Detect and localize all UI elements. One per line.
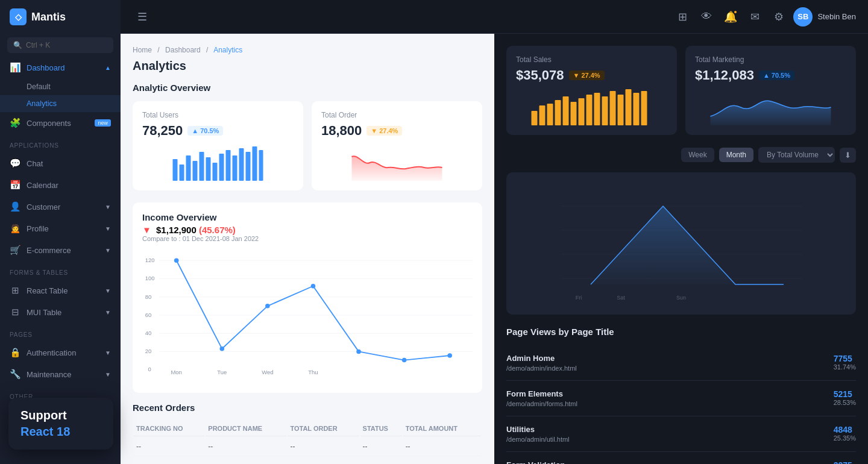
search-bar[interactable]: 🔍 Ctrl + K	[7, 37, 113, 53]
notification-dot	[733, 10, 738, 14]
svg-point-36	[402, 358, 407, 363]
topbar-view-icon[interactable]: 👁	[697, 7, 716, 27]
sidebar-item-mui-table[interactable]: ⊟ MUI Table ▼	[0, 301, 121, 323]
components-icon: 🧩	[10, 118, 20, 128]
svg-rect-50	[626, 89, 632, 125]
svg-text:0: 0	[148, 366, 151, 372]
user-name: Stebin Ben	[817, 12, 856, 21]
dark-income-chart: Fri Sat Sun	[506, 172, 856, 315]
page-views-list: Admin Home /demo/admin/index.html 7755 3…	[506, 345, 856, 464]
stat-value-sales: $35,078 ▼ 27.4%	[516, 67, 667, 83]
sidebar-item-chat[interactable]: 💬 Chat	[0, 152, 121, 174]
sidebar-item-authentication[interactable]: 🔒 Authentication ▼	[0, 342, 121, 363]
svg-rect-6	[213, 163, 218, 181]
stat-value-marketing: $1,12,083 ▲ 70.5%	[695, 67, 846, 83]
income-compare: Compare to : 01 Dec 2021-08 Jan 2022	[142, 235, 259, 242]
section-pages: Pages	[0, 323, 121, 342]
income-line-chart: 120 100 80 60 40 20 0	[142, 248, 473, 383]
svg-rect-47	[602, 96, 608, 125]
topbar: ☰ ⊞ 👁 🔔 ✉ ⚙ SB Stebin Ben	[121, 0, 868, 34]
stat-badge-sales: ▼ 27.4%	[569, 71, 605, 80]
sales-bar-chart	[516, 89, 667, 125]
logo-icon: ◇	[10, 8, 27, 25]
stat-label-order: Total Order	[321, 111, 473, 119]
dashboard-icon: 📊	[10, 62, 20, 73]
sidebar-item-calendar[interactable]: 📅 Calendar	[0, 174, 121, 196]
col-total-order: TOTAL ORDER	[288, 421, 359, 436]
svg-text:100: 100	[145, 275, 155, 281]
stat-card-total-marketing: Total Marketing $1,12,083 ▲ 70.5%	[685, 46, 856, 135]
marketing-area-chart	[695, 89, 846, 125]
react-table-arrow: ▼	[105, 287, 111, 294]
chat-icon: 💬	[10, 158, 20, 169]
stat-label-users: Total Users	[142, 111, 294, 119]
ecommerce-icon: 🛒	[10, 245, 20, 256]
svg-point-34	[311, 284, 316, 289]
react-table-icon: ⊞	[10, 285, 20, 296]
user-avatar-button[interactable]: SB Stebin Ben	[793, 7, 856, 27]
svg-rect-51	[634, 93, 640, 125]
section-applications: Applications	[0, 134, 121, 152]
income-overview-title: Income Overview ▼ $1,12,900 (45.67%) Com…	[142, 212, 259, 242]
profile-arrow: ▼	[105, 225, 111, 232]
month-btn[interactable]: Month	[719, 148, 753, 162]
dark-stat-cards: Total Sales $35,078 ▼ 27.4%	[506, 46, 856, 135]
breadcrumb-current: Analytics	[213, 46, 242, 54]
svg-text:40: 40	[145, 330, 152, 336]
support-toast[interactable]: Support React 18	[8, 398, 113, 450]
sidebar-item-customer[interactable]: 👤 Customer ▼	[0, 196, 121, 218]
topbar-menu-icon[interactable]: ☰	[133, 7, 152, 27]
auth-arrow: ▼	[105, 350, 111, 356]
sidebar-item-components[interactable]: 🧩 Components new	[0, 112, 121, 134]
svg-rect-1	[180, 165, 184, 181]
col-status: STATUS	[360, 421, 402, 436]
svg-rect-5	[206, 157, 211, 181]
customer-icon: 👤	[10, 201, 20, 212]
topbar-grid-icon[interactable]: ⊞	[673, 7, 692, 27]
topbar-notif-icon[interactable]: 🔔	[721, 7, 740, 27]
svg-rect-38	[532, 111, 538, 125]
page-title: Analytics	[133, 59, 482, 73]
col-tracking: TRACKING NO	[134, 421, 204, 436]
col-amount: TOTAL AMOUNT	[403, 421, 481, 436]
sidebar-item-maintenance[interactable]: 🔧 Maintenance ▼	[0, 363, 121, 385]
svg-rect-8	[226, 150, 231, 181]
svg-text:Fri: Fri	[576, 295, 582, 301]
logo[interactable]: ◇ Mantis	[0, 0, 121, 34]
income-overview-card: Income Overview ▼ $1,12,900 (45.67%) Com…	[133, 202, 482, 393]
breadcrumb-home[interactable]: Home	[133, 46, 152, 54]
stat-value-users: 78,250 ▲ 70.5%	[142, 123, 294, 139]
svg-rect-48	[610, 91, 616, 125]
sidebar-subitem-analytics[interactable]: Analytics	[0, 95, 121, 112]
auth-icon: 🔒	[10, 347, 20, 358]
svg-rect-7	[219, 154, 224, 181]
topbar-mail-icon[interactable]: ✉	[745, 7, 764, 27]
svg-rect-49	[618, 95, 624, 125]
download-btn[interactable]: ⬇	[840, 148, 856, 163]
breadcrumb-dashboard[interactable]: Dashboard	[165, 46, 201, 54]
topbar-right: ⊞ 👁 🔔 ✉ ⚙ SB Stebin Ben	[673, 7, 856, 27]
right-panel: Total Sales $35,078 ▼ 27.4%	[494, 34, 868, 464]
ecommerce-arrow: ▼	[105, 247, 111, 254]
svg-text:Wed: Wed	[262, 369, 273, 375]
income-controls: Week Month By Total Volume ⬇	[506, 147, 856, 163]
svg-text:120: 120	[145, 257, 155, 263]
stat-label-sales: Total Sales	[516, 55, 667, 64]
stat-card-total-sales: Total Sales $35,078 ▼ 27.4%	[506, 46, 677, 135]
volume-select[interactable]: By Total Volume	[758, 147, 835, 163]
sidebar-item-dashboard[interactable]: 📊 Dashboard ▲	[0, 57, 121, 78]
sidebar-item-react-table[interactable]: ⊞ React Table ▼	[0, 280, 121, 301]
svg-point-33	[265, 304, 270, 309]
svg-text:Tue: Tue	[217, 369, 227, 375]
sidebar-item-profile[interactable]: 🙍 Profile ▼	[0, 218, 121, 239]
svg-text:Sat: Sat	[617, 295, 625, 301]
customer-arrow: ▼	[105, 204, 111, 210]
week-btn[interactable]: Week	[681, 148, 714, 162]
sidebar-item-ecommerce[interactable]: 🛒 E-commerce ▼	[0, 239, 121, 261]
stat-card-total-users: Total Users 78,250 ▲ 70.5%	[133, 101, 303, 190]
calendar-icon: 📅	[10, 180, 20, 190]
mui-table-arrow: ▼	[105, 309, 111, 316]
left-panel: Home / Dashboard / Analytics Analytics A…	[121, 34, 494, 464]
topbar-settings-icon[interactable]: ⚙	[769, 7, 788, 27]
sidebar-subitem-default[interactable]: Default	[0, 78, 121, 95]
